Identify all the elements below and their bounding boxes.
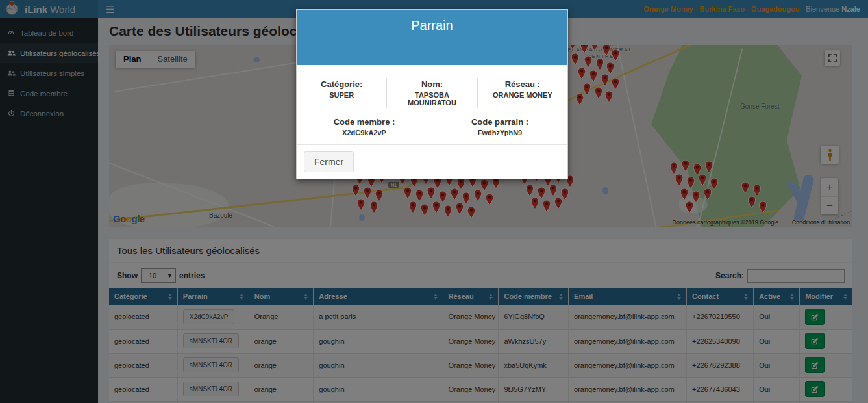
app-root: iLink World ☰ Orange Money - Burkina Fas… <box>0 0 868 403</box>
modal-field-nom: Nom: TAPSOBA MOUNIRATOU <box>386 78 477 108</box>
modal-field-code-membre: Code membre : X2dC9kA2vP <box>297 116 432 138</box>
parrain-modal: Parrain Catégorie: SUPER Nom: TAPSOBA MO… <box>296 9 568 179</box>
modal-field-code-parrain: Code parrain : FwdhzYphN9 <box>432 116 567 138</box>
close-modal-button[interactable]: Fermer <box>304 151 354 172</box>
modal-footer: Fermer <box>297 144 567 179</box>
modal-body: Catégorie: SUPER Nom: TAPSOBA MOUNIRATOU… <box>297 65 567 144</box>
modal-field-reseau: Réseau : ORANGE MONEY <box>477 78 567 108</box>
modal-title: Parrain <box>297 10 567 65</box>
modal-field-categorie: Catégorie: SUPER <box>297 78 386 108</box>
